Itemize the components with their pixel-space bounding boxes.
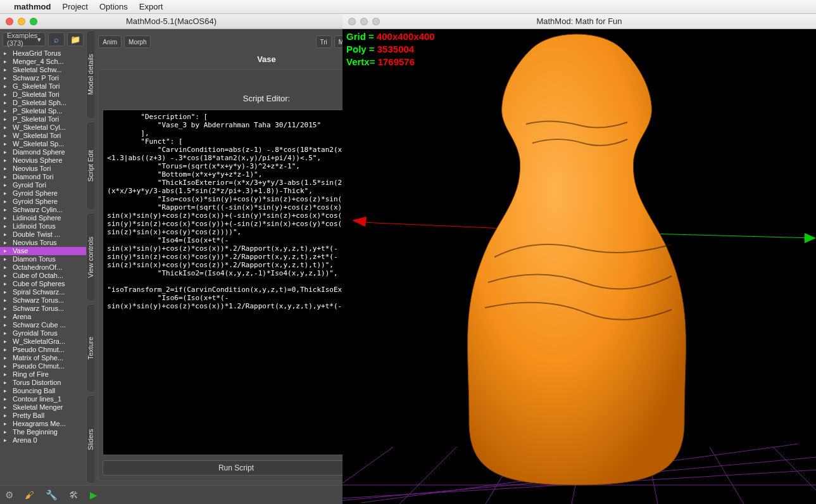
tree-item[interactable]: Skeletal Menger [0,403,86,412]
play-icon[interactable]: ▶ [90,489,97,501]
close-icon[interactable] [6,18,13,25]
examples-tree[interactable]: HexaGrid TorusMenger_4 Sch...Skeletal Sc… [0,49,86,485]
tree-item[interactable]: Neovius Tori [0,165,86,173]
mac-menubar: mathmod Project Options Export [0,0,816,14]
stat-poly-value: 3535004 [377,44,414,54]
tree-item[interactable]: Neovius Sphere [0,156,86,165]
tree-item[interactable]: Pseudo Chmut... [0,362,86,370]
viewer-title: MathMod: Math for Fun [342,16,816,26]
menu-app[interactable]: mathmod [14,2,51,11]
tree-item[interactable]: Cube of Spheres [0,280,86,288]
tree-item[interactable]: Pretty Ball [0,412,86,420]
tree-item[interactable]: Bouncing Ball [0,387,86,395]
tree-item[interactable]: Lidinoid Sphere [0,214,86,222]
tree-item[interactable]: Ring of Fire [0,370,86,379]
tree-item[interactable]: Schwarz P Tori [0,74,86,82]
tree-item[interactable]: Schwarz Torus... [0,296,86,305]
tree-item[interactable]: Diamon Torus [0,255,86,263]
tree-item[interactable]: Arena [0,313,86,321]
tab-script-edit[interactable]: Script Edit [86,122,94,210]
folder-icon[interactable]: 📁 [67,32,84,46]
tree-item[interactable]: Schwarz Cube ... [0,321,86,329]
tree-item[interactable]: Gyroid Tori [0,181,86,189]
zoom-icon[interactable] [372,18,380,25]
run-script-button[interactable]: Run Script [103,460,342,476]
examples-combo-label: Examples (373) [7,32,37,47]
menu-project[interactable]: Project [63,2,88,11]
stat-grid-value: 400x400x400 [377,31,435,42]
tree-item[interactable]: Arena 0 [0,436,86,444]
minimize-icon[interactable] [360,18,368,25]
tree-item[interactable]: Matrix of Sphe... [0,354,86,362]
tree-item[interactable]: HexaGrid Torus [0,49,86,58]
model-title: Vase [98,51,342,69]
examples-combo[interactable]: Examples (373) ▾ [3,32,46,46]
tree-item[interactable]: W_Skeletal Tori [0,132,86,140]
tree-item[interactable]: Gyroid Sphere [0,198,86,206]
main-panel: Anim Morph Tri Msh Fil Nor Inf smt Vase … [94,29,342,485]
tree-item[interactable]: Contour lines_1 [0,395,86,403]
tree-item[interactable]: Gyroid Sphere [0,189,86,198]
tree-item[interactable]: Diamond Sphere [0,148,86,156]
side-tabs: Model details Script Edit View controls … [86,29,94,485]
editor-window: MathMod-5.1(MacOS64) Examples (373) ▾ ⌕ … [0,14,342,504]
tri-button[interactable]: Tri [316,35,332,48]
tab-sliders[interactable]: Sliders [86,395,94,484]
tree-item[interactable]: W_Skeletal Sp... [0,140,86,148]
editor-title: MathMod-5.1(MacOS64) [0,16,342,26]
tree-item[interactable]: P_Skeletal Tori [0,115,86,123]
tree-item[interactable]: Diamond Tori [0,173,86,181]
svg-line-10 [773,447,816,504]
morph-button[interactable]: Morph [124,35,151,48]
tab-texture[interactable]: Texture [86,304,94,393]
script-editor-title: Script Editor: [103,75,342,110]
tree-item[interactable]: Vase [0,247,86,255]
search-icon[interactable]: ⌕ [48,32,65,46]
script-editor[interactable]: "Description": [ "Vase_3 by Abderrahman … [103,110,342,455]
script-panel: Script Editor: "Description": [ "Vase_3 … [98,69,342,481]
tab-model-details[interactable]: Model details [86,30,94,119]
chevron-down-icon: ▾ [37,35,41,44]
tool-icon[interactable]: 🛠 [69,489,78,500]
minimize-icon[interactable] [18,18,25,25]
viewer-window: MathMod: Math for Fun [342,14,816,504]
tree-item[interactable]: D_Skeletal Tori [0,91,86,99]
menu-options[interactable]: Options [99,2,128,11]
zoom-icon[interactable] [30,18,37,25]
examples-sidebar: Examples (373) ▾ ⌕ 📁 HexaGrid TorusMenge… [0,29,86,485]
scene-svg [342,29,816,504]
stat-grid-label: Grid = [346,31,374,42]
tree-item[interactable]: Torus Distortion [0,379,86,387]
tree-item[interactable]: Skeletal Schw... [0,66,86,74]
stat-vertx-value: 1769576 [378,56,415,67]
tree-item[interactable]: G_Skeletal Tori [0,82,86,91]
msh-button[interactable]: Msh [334,35,342,48]
close-icon[interactable] [348,18,356,25]
tab-view-controls[interactable]: View controls [86,213,94,301]
brush-icon[interactable]: 🖌 [25,489,34,500]
tree-item[interactable]: W_SkeletalGra... [0,337,86,346]
tree-item[interactable]: D_Skeletal Sph... [0,99,86,107]
viewport-3d[interactable]: Grid = 400x400x400 Poly = 3535004 Vertx=… [342,29,816,504]
tree-item[interactable]: Spiral Schwarz... [0,288,86,296]
tree-item[interactable]: W_Skeletal Cyl... [0,123,86,132]
render-stats: Grid = 400x400x400 Poly = 3535004 Vertx=… [346,30,435,68]
tree-item[interactable]: Lidinoid Torus [0,222,86,230]
tree-item[interactable]: Schwarz Cylin... [0,206,86,214]
vase-shape [468,34,686,485]
wrench-icon[interactable]: 🔧 [46,489,58,501]
tree-item[interactable]: OctahedronOf... [0,263,86,272]
tree-item[interactable]: Pseudo Chmut... [0,346,86,354]
tree-item[interactable]: Neovius Torus [0,239,86,247]
tree-item[interactable]: Cube of Octah... [0,272,86,280]
anim-button[interactable]: Anim [98,35,122,48]
tree-item[interactable]: Menger_4 Sch... [0,58,86,66]
tree-item[interactable]: Gyroidal Torus [0,329,86,337]
tree-item[interactable]: The Beginning [0,428,86,436]
options-icon[interactable]: ⚙ [5,489,13,501]
tree-item[interactable]: Schwarz Torus... [0,305,86,313]
tree-item[interactable]: Hexagrams Me... [0,420,86,428]
tree-item[interactable]: Double Twist ... [0,230,86,239]
menu-export[interactable]: Export [139,2,163,11]
tree-item[interactable]: P_Skeletal Sp... [0,107,86,115]
